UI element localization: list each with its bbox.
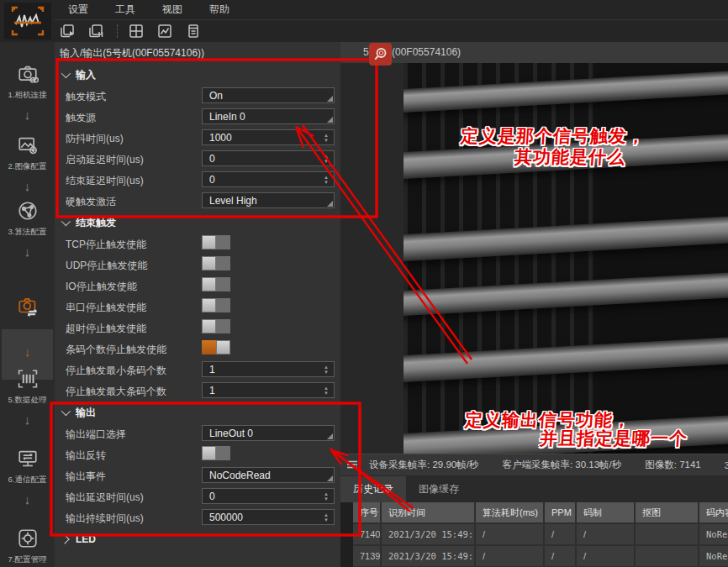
hard-trigger-activation-label: 硬触发激活 — [66, 195, 116, 209]
output-delay-time-label: 输出延迟时间(us) — [66, 491, 144, 505]
sidebar-item-algorithm-config[interactable]: 3.算法配置 — [0, 200, 55, 238]
sidebar-item-config-manage[interactable]: 7.配置管理 — [0, 528, 55, 565]
field-value: 1000 — [209, 132, 232, 144]
toggle-left — [202, 256, 216, 270]
toggle-right — [216, 235, 230, 249]
table-row[interactable]: 71392021/3/20 15:49:19:544///NoRead — [353, 546, 728, 566]
column-header-5[interactable]: 抠图 — [636, 502, 699, 522]
field-value: Level High — [209, 195, 257, 207]
output-port-select-select[interactable]: LineOut 0 — [202, 425, 335, 441]
column-header-1[interactable]: 识别时间 — [382, 502, 476, 522]
debounce-time-input[interactable]: 1000▲▼ — [202, 129, 335, 145]
dropdown-corner-icon — [327, 117, 333, 123]
statistics-icon[interactable] — [152, 21, 177, 41]
spinner-arrows[interactable]: ▲▼ — [320, 383, 332, 397]
column-header-6[interactable]: 码内容 — [699, 502, 728, 522]
toggle-right — [216, 277, 230, 291]
hamburger-icon[interactable] — [340, 459, 357, 471]
column-header-4[interactable]: 码制 — [577, 502, 636, 522]
table-row[interactable]: 71402021/3/20 15:49:19:574///NoRead — [353, 524, 728, 544]
flow-arrow-down-icon: ↓ — [0, 179, 55, 193]
io-stop-trigger-enable-toggle[interactable] — [202, 277, 230, 291]
sidebar-item-label: 3.算法配置 — [0, 227, 55, 238]
cell: 2021/3/20 15:49:19:544 — [382, 546, 476, 566]
column-header-2[interactable]: 算法耗时(ms) — [476, 502, 545, 522]
trigger-mode-select[interactable]: On — [202, 87, 335, 103]
menu-item-0[interactable]: 设置 — [55, 3, 102, 17]
sidebar-item-image-config[interactable]: 2.图像配置 — [0, 134, 55, 172]
gear-icon — [0, 528, 55, 552]
spinner-arrows[interactable]: ▲▼ — [320, 172, 332, 186]
layout-grid-icon[interactable] — [124, 21, 149, 41]
param-row: 超时停止触发使能 — [55, 318, 340, 339]
flow-arrow-down-icon: ↓ — [0, 492, 55, 507]
spinner-arrows[interactable]: ▲▼ — [320, 130, 332, 144]
status-segment-3: 3072 * 2048 — [713, 460, 728, 470]
end-delay-time-input[interactable]: 0▲▼ — [202, 171, 335, 187]
annotation-text: 并且指定是哪一个 — [539, 427, 688, 450]
sidebar-item-camera-connect[interactable]: 1.相机连接 — [0, 63, 55, 101]
spinner-arrows[interactable]: ▲▼ — [320, 362, 332, 376]
section-header-0[interactable]: 输入 — [55, 64, 340, 86]
spinner-arrows[interactable]: ▲▼ — [320, 151, 332, 165]
spinner-arrows[interactable]: ▲▼ — [320, 489, 332, 503]
io-parameter-panel: 输入/输出(5号机(00F05574106)) 输入触发模式On触发源LineI… — [55, 42, 340, 567]
section-header-3[interactable]: LED — [55, 528, 340, 550]
application-window: 设置工具视图帮助 1.相机连接↓2.图像配置↓3.算法配置↓↓5.数据处理↓6.… — [0, 0, 728, 567]
field-value: 1 — [209, 385, 215, 396]
cell: NoRead — [699, 546, 728, 566]
stop-trigger-max-code-count-input[interactable]: 1▲▼ — [202, 382, 335, 398]
sidebar-item-io-config[interactable] — [0, 296, 55, 320]
image-gear-icon — [0, 134, 55, 159]
start-delay-time-input[interactable]: 0▲▼ — [202, 150, 335, 166]
menu-item-3[interactable]: 帮助 — [196, 3, 243, 17]
output-event-select[interactable]: NoCodeRead — [202, 467, 335, 483]
field-value: 500000 — [209, 512, 243, 523]
menu-item-1[interactable]: 工具 — [102, 3, 149, 17]
serial-stop-trigger-enable-toggle[interactable] — [202, 298, 230, 312]
serial-stop-trigger-enable-label: 串口停止触发使能 — [66, 301, 146, 315]
column-header-3[interactable]: PPM — [545, 502, 577, 522]
camera-viewer: 5号机 (00F05574106) 定义是那个信号触发，其功能是什么定义输出信号… — [340, 42, 728, 454]
code-count-stop-trigger-enable-toggle[interactable] — [202, 340, 230, 354]
menu-item-2[interactable]: 视图 — [149, 3, 196, 17]
param-row: 串口停止触发使能 — [55, 297, 340, 318]
bottom-tabs: 历史记录图像缓存 — [340, 475, 728, 502]
magnifier-cursor-icon — [369, 43, 392, 66]
spinner-arrows[interactable]: ▲▼ — [320, 510, 332, 524]
column-header-0[interactable]: 序号 — [353, 502, 382, 522]
stop-trigger-max-code-count-label: 停止触发最大条码个数 — [66, 385, 166, 399]
start-delay-time-label: 启动延迟时间(us) — [66, 153, 144, 167]
dropdown-corner-icon — [327, 201, 333, 207]
param-row: IO停止触发使能 — [55, 276, 340, 297]
udp-stop-trigger-enable-toggle[interactable] — [202, 256, 230, 270]
param-row: 输出持续时间(us)500000▲▼ — [55, 507, 340, 528]
acquire-start-icon[interactable] — [55, 21, 80, 41]
cell: NoRead — [699, 524, 728, 544]
timeout-stop-trigger-enable-toggle[interactable] — [202, 319, 230, 333]
acquire-pause-icon[interactable] — [83, 21, 108, 41]
tab-image-cache[interactable]: 图像缓存 — [406, 476, 472, 502]
section-header-2[interactable]: 输出 — [55, 402, 340, 423]
dropdown-corner-icon — [327, 433, 333, 439]
toggle-left — [202, 340, 216, 354]
sidebar-item-comm-config[interactable]: 6.通信配置 — [0, 448, 55, 486]
tcp-stop-trigger-enable-toggle[interactable] — [202, 235, 230, 249]
save-report-icon[interactable] — [181, 21, 206, 41]
output-invert-toggle[interactable] — [202, 446, 230, 460]
toggle-left — [202, 298, 216, 312]
tab-history[interactable]: 历史记录 — [340, 476, 406, 502]
stop-trigger-min-code-count-input[interactable]: 1▲▼ — [202, 361, 335, 377]
output-event-label: 输出事件 — [66, 470, 106, 484]
trigger-source-select[interactable]: LineIn 0 — [202, 108, 335, 124]
field-value: 0 — [209, 174, 215, 186]
toggle-left — [202, 319, 216, 333]
section-header-1[interactable]: 结束触发 — [55, 212, 340, 234]
field-value: NoCodeRead — [209, 470, 271, 481]
sidebar-item-data-process[interactable]: 5.数据处理 — [0, 368, 55, 406]
output-duration-time-input[interactable]: 500000▲▼ — [202, 509, 335, 525]
param-row: 结束延迟时间(us)0▲▼ — [55, 170, 340, 191]
hard-trigger-activation-select[interactable]: Level High — [202, 192, 335, 208]
toggle-right — [216, 446, 230, 460]
output-delay-time-input[interactable]: 0▲▼ — [202, 488, 335, 504]
